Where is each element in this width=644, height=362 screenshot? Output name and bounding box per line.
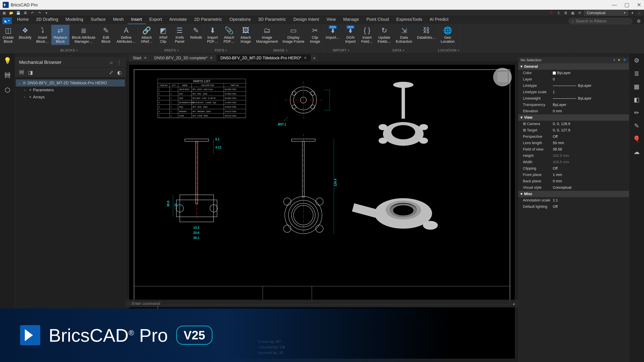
qat-dropdown-icon[interactable]: ▾ (630, 10, 635, 15)
property-row[interactable]: Layer0 (518, 76, 629, 82)
property-row[interactable]: Front plane1 mm (518, 172, 629, 178)
property-row[interactable]: Back plane0 mm (518, 178, 629, 184)
property-row[interactable]: Annotation scale1:1 (518, 197, 629, 203)
lightbulb-icon[interactable]: 💡 (4, 57, 12, 64)
qat-layers-icon[interactable]: ≣ (563, 10, 568, 15)
qat-print-icon[interactable]: 🖶 (23, 10, 28, 15)
ribbon-search[interactable]: ⌕ Search in Ribbon (568, 18, 632, 24)
contrast-icon[interactable]: ◐ (117, 69, 122, 75)
ribbon-tab-2d-parametric[interactable]: 2D Parametric (190, 15, 226, 24)
panel-grip-icon[interactable]: ⋯ (15, 54, 126, 57)
ribbon-button[interactable]: ⇲Data Extraction (394, 25, 414, 45)
qat-new-icon[interactable]: ▦ (2, 10, 7, 15)
funnel-icon[interactable]: ▼ (617, 58, 621, 62)
ribbon-button[interactable]: ✂Clip Image (307, 25, 323, 45)
ribbon-tab-3d-parametric[interactable]: 3D Parametric (254, 15, 290, 24)
ribbon-tab-export[interactable]: Export (146, 15, 166, 24)
ribbon-button[interactable]: DGN⬇Import… (323, 25, 342, 41)
document-tab[interactable]: DN50-BFV_2D_3D complete*✕ (150, 55, 217, 61)
sliders-icon[interactable]: ⚙ (634, 57, 639, 64)
ribbon-tab-modeling[interactable]: Modeling (62, 15, 87, 24)
ribbon-button[interactable]: ⤵Insert Block… (34, 25, 51, 45)
ribbon-button[interactable]: ≣Block Attribute Manager… (70, 25, 98, 45)
property-row[interactable]: Height302.9 mm (518, 152, 629, 159)
ribbon-button[interactable]: ⛓Datalinks… (414, 25, 438, 41)
ribbon-button[interactable]: DGN⬇DGN Import (342, 25, 358, 45)
tree-icon[interactable]: 卌 (19, 69, 24, 76)
property-row[interactable]: ClippingOff (518, 165, 629, 172)
component-prop-row[interactable]: NameDN50-BFV_2D_MT-2D Titlel (15, 337, 126, 345)
eye-icon[interactable]: 👁 (623, 58, 626, 62)
command-expand-icon[interactable]: ▴ (513, 301, 515, 306)
ribbon-tab-expresstools[interactable]: ExpressTools (392, 15, 426, 24)
panel-grip-icon[interactable]: ⋯ (518, 54, 629, 57)
qat-grid-icon[interactable]: ▦ (570, 10, 575, 15)
component-prop-row[interactable]: FileC:\Users\TOOM\OneDrive (15, 354, 126, 362)
close-icon[interactable]: ✕ (304, 56, 307, 60)
property-row[interactable]: ColorByLayer (518, 70, 629, 76)
ribbon-tab-annotate[interactable]: Annotate (166, 15, 190, 24)
grid-icon[interactable]: ▦ (634, 83, 640, 90)
component-header[interactable]: ⌄ Component (15, 329, 126, 337)
visual-style-combo[interactable]: Conceptual ▾ (584, 10, 628, 15)
property-group-header[interactable]: ▾General (518, 63, 629, 70)
property-group-header[interactable]: ▾Misc (518, 191, 629, 197)
close-icon[interactable]: ✕ (144, 56, 147, 60)
panel-search-icon[interactable]: ⌕ (110, 59, 113, 65)
ribbon-tab-point-cloud[interactable]: Point Cloud (362, 15, 392, 24)
ribbon-button[interactable]: 🗂Image Management (254, 25, 280, 45)
tree-item-parameters[interactable]: › ≡ Parameters (16, 86, 125, 93)
ribbon-tab-surface[interactable]: Surface (87, 15, 109, 24)
property-row[interactable]: Linetype scale1 (518, 89, 629, 95)
app-menu-button[interactable]: ◣ (2, 17, 12, 24)
ribbon-button[interactable]: ↻Update Fields… (375, 25, 394, 45)
ribbon-button[interactable]: { }Insert Field… (359, 25, 375, 45)
balloon-icon[interactable]: 🎈 (633, 135, 640, 142)
draw-icon[interactable]: ✏ (634, 109, 639, 116)
ribbon-tab-ai-predict[interactable]: AI Predict (426, 15, 452, 24)
tree-root[interactable]: ⌄ ⊞ DN50-BFV_2D_MT-2D Titleblock-Pro HER… (16, 79, 125, 86)
ribbon-tab-insert[interactable]: Insert (128, 15, 146, 24)
filter-icon[interactable]: ◨ (28, 69, 33, 75)
ribbon-settings-icon[interactable]: ⚙ (636, 18, 642, 24)
qat-redo-icon[interactable]: ↷ (37, 10, 42, 15)
ribbon-button[interactable]: ◫Create Block (0, 25, 16, 45)
close-button[interactable]: ✕ (637, 2, 641, 8)
viewport[interactable]: PARTS LIST ITEM NOQTYNAMEDESCRIPTIONPART… (129, 64, 515, 359)
ribbon-button[interactable]: 🖼Attach Image (238, 25, 254, 45)
ribbon-tab-view[interactable]: View (323, 15, 340, 24)
property-row[interactable]: ⊞ Target0, 0, 127.9 (518, 127, 629, 133)
property-row[interactable]: PerspectiveOff (518, 133, 629, 140)
ribbon-button[interactable]: 📎Attach PDF… (221, 25, 237, 45)
qat-more-icon[interactable]: ▾ (44, 10, 49, 15)
new-tab-button[interactable]: ＋ (310, 55, 318, 61)
qat-search-icon[interactable]: ⌕ (637, 10, 642, 15)
ribbon-button[interactable]: ✎Refedit (188, 25, 204, 41)
property-row[interactable]: Field of view38.58 (518, 146, 629, 152)
structure-icon[interactable]: 卌 (4, 71, 11, 80)
ribbon-button[interactable]: ✎Edit Block (98, 25, 114, 45)
property-row[interactable]: Lens length50 mm (518, 140, 629, 146)
palette-icon[interactable]: ◧ (634, 96, 640, 103)
ribbon-tab-operations[interactable]: Operations (226, 15, 254, 24)
ribbon-button[interactable]: ▭Display Image Frame (280, 25, 307, 45)
cloud-icon[interactable]: ☁ (634, 148, 640, 156)
ribbon-tab-mesh[interactable]: Mesh (109, 15, 128, 24)
property-row[interactable]: Width428.5 mm (518, 159, 629, 165)
ribbon-button[interactable]: ⬇Import PDF… (204, 25, 221, 45)
ribbon-tab-2d-drafting[interactable]: 2D Drafting (32, 15, 62, 24)
document-tab[interactable]: Start✕ (129, 55, 150, 61)
qat-ruler-icon[interactable]: ┼ (556, 10, 561, 15)
tree-item-arrays[interactable]: › ≡ Arrays (16, 93, 125, 100)
qat-undo-icon[interactable]: ↶ (30, 10, 35, 15)
ribbon-tab-design-intent[interactable]: Design Intent (290, 15, 323, 24)
expand-icon[interactable]: ⤢ (109, 69, 113, 75)
layers-icon[interactable]: ≣ (634, 70, 639, 77)
ribbon-button[interactable]: ☰Xrefs Panel (172, 25, 188, 45)
minimize-button[interactable]: — (612, 2, 617, 8)
ribbon-button[interactable]: ◩XRef Clip (155, 25, 172, 45)
command-line[interactable]: : Enter command ▴ (126, 300, 518, 307)
property-row[interactable]: Default lightingOff (518, 203, 629, 210)
ribbon-button[interactable]: 🔗Attach XRef… (138, 25, 155, 45)
close-icon[interactable]: ✕ (210, 56, 213, 60)
